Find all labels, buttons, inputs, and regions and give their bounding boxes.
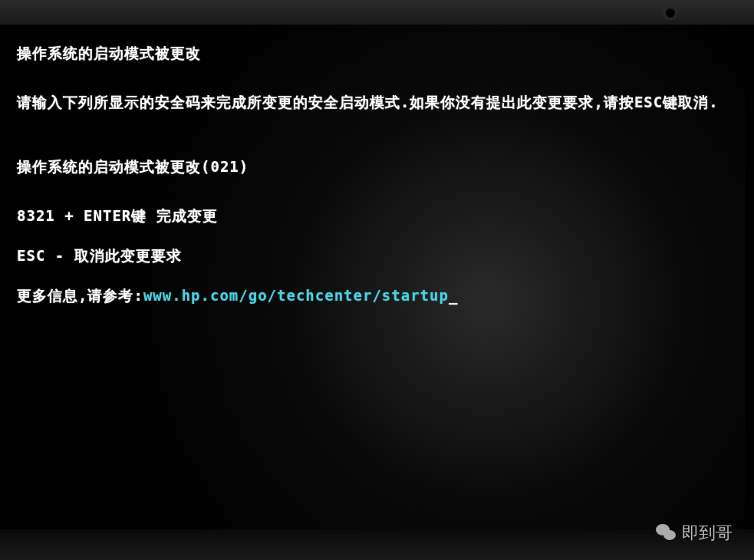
more-info-label: 更多信息,请参考: [17,287,143,304]
bios-confirm-action: 8321 + ENTER键 完成变更 [17,206,737,226]
bios-status-line: 操作系统的启动模式被更改(021) [17,157,737,177]
bios-screen: 操作系统的启动模式被更改 请输入下列所显示的安全码来完成所变更的安全启动模式.如… [9,25,745,529]
laptop-bezel-bottom [0,529,754,560]
cursor-icon: _ [449,287,458,304]
wechat-icon [656,522,677,544]
bios-more-info: 更多信息,请参考:www.hp.com/go/techcenter/startu… [17,286,737,306]
more-info-url: www.hp.com/go/techcenter/startup [143,287,449,304]
bios-cancel-action: ESC - 取消此变更要求 [17,246,737,266]
watermark-text: 即到哥 [682,522,733,545]
bios-instruction: 请输入下列所显示的安全码来完成所变更的安全启动模式.如果你没有提出此变更要求,请… [17,93,737,113]
laptop-bezel-top [0,0,754,25]
bios-title: 操作系统的启动模式被更改 [17,44,737,64]
watermark: 即到哥 [656,522,733,545]
camera-icon [663,6,677,20]
